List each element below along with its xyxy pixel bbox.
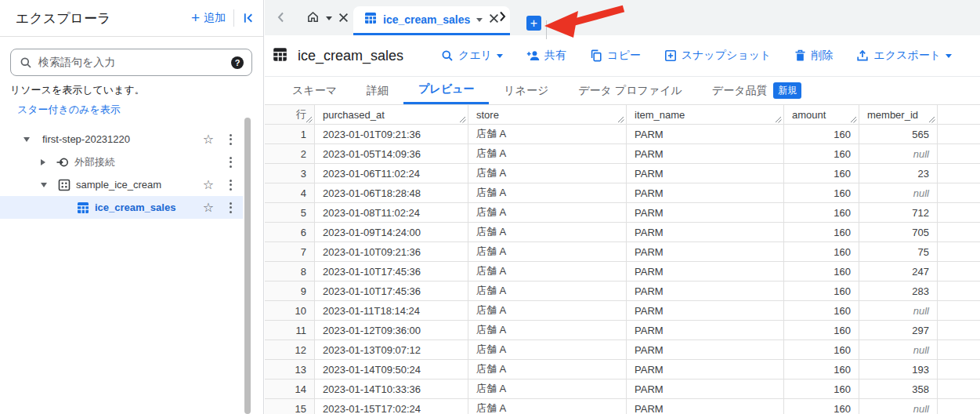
tab-schema[interactable]: スキーマ (277, 77, 352, 104)
table-cell: 店舗 A (468, 399, 627, 414)
tab-data-quality[interactable]: データ品質 新規 (697, 77, 817, 104)
chevron-down-icon[interactable] (326, 16, 332, 20)
help-icon[interactable]: ? (231, 56, 244, 69)
table-cell: 2023-01-10T09:21:36 (315, 242, 468, 261)
star-icon[interactable]: ☆ (203, 202, 214, 214)
export-button[interactable]: エクスポート (856, 49, 952, 63)
tree-item-project[interactable]: first-step-20231220 ☆ (0, 128, 243, 151)
chevron-down-icon[interactable] (24, 137, 30, 142)
button-label: コピー (607, 49, 641, 63)
table-cell: 6 (265, 223, 315, 242)
tree-item-label: ice_cream_sales (95, 202, 175, 213)
add-data-button[interactable]: + 追加 (191, 11, 226, 25)
query-button[interactable]: クエリ (441, 49, 503, 63)
table-cell: 160 (784, 281, 859, 300)
table-cell: 2023-01-13T09:07:12 (315, 340, 468, 359)
person-add-icon (526, 49, 540, 62)
table-cell: 160 (784, 242, 859, 261)
scroll-tabs-left-icon[interactable] (275, 11, 287, 24)
resize-handle-icon[interactable] (928, 116, 935, 123)
table-cell: 2023-01-06T18:28:48 (315, 183, 468, 202)
table-cell-empty (938, 164, 980, 183)
table-icon (364, 12, 377, 27)
copy-icon (590, 49, 602, 62)
table-cell: 160 (784, 399, 859, 414)
chevron-right-icon[interactable] (41, 159, 45, 165)
tree-item-external-connection[interactable]: 外部接続 (0, 151, 243, 173)
editor-tabstrip: ice_cream_sales + (265, 0, 980, 35)
close-icon[interactable] (338, 12, 349, 26)
table-cell: 193 (859, 360, 938, 379)
kebab-menu-icon[interactable] (225, 134, 237, 145)
chevron-down-icon[interactable] (41, 183, 47, 187)
table-cell: 15 (265, 399, 315, 414)
tree-item-table-selected[interactable]: ice_cream_sales ☆ (0, 196, 243, 219)
table-cell-empty (938, 399, 980, 414)
new-tab-button[interactable]: + (526, 16, 541, 31)
table-cell: 23 (859, 164, 938, 183)
kebab-menu-icon[interactable] (225, 157, 237, 168)
annotation-arrow-icon (539, 2, 629, 38)
home-icon (306, 10, 320, 27)
table-icon (76, 201, 89, 214)
tab-label: 詳細 (367, 84, 389, 98)
tab-label: データ品質 (712, 84, 768, 98)
table-toolbar: クエリ 共有 コピー スナップショット 削除 (441, 49, 952, 63)
chevron-down-icon[interactable] (476, 18, 483, 22)
table-cell: 店舗 A (468, 223, 627, 242)
tab-preview[interactable]: プレビュー (403, 77, 489, 104)
table-cell: 160 (784, 125, 859, 143)
dataset-icon (57, 178, 71, 191)
table-cell: 1 (265, 125, 315, 143)
table-cell: 2023-01-10T17:45:36 (315, 281, 468, 300)
button-label: クエリ (458, 49, 492, 63)
search-input[interactable]: 検索語句を入力 ? (10, 49, 252, 76)
grid-body: 12023-01-01T09:21:36店舗 APARM16056522023-… (265, 125, 980, 414)
button-label: エクスポート (873, 49, 941, 63)
table-cell: 7 (265, 242, 315, 261)
column-header-purchased-at: purchased_at (315, 105, 468, 124)
table-cell: 2023-01-14T09:50:24 (315, 360, 468, 379)
table-cell: 160 (784, 223, 859, 242)
table-cell: PARM (627, 321, 784, 340)
tab-label: リネージ (504, 84, 548, 98)
main-area: ice_cream_sales + ice_cream_sales (265, 0, 980, 414)
table-cell-empty (938, 301, 980, 320)
tab-details[interactable]: 詳細 (352, 77, 403, 104)
delete-button[interactable]: 削除 (794, 49, 833, 63)
kebab-menu-icon[interactable] (225, 202, 237, 213)
share-button[interactable]: 共有 (526, 49, 566, 63)
button-label: 削除 (811, 49, 833, 63)
column-header-row-number: 行 (265, 105, 315, 124)
table-cell: 店舗 A (468, 340, 627, 359)
table-cell: 11 (265, 321, 315, 340)
table-cell: 2 (265, 144, 315, 163)
snapshot-button[interactable]: スナップショット (664, 49, 772, 63)
collapse-panel-icon[interactable] (242, 12, 255, 25)
star-icon[interactable]: ☆ (203, 133, 214, 146)
tab-lineage[interactable]: リネージ (489, 77, 563, 104)
table-cell: 160 (784, 360, 859, 379)
star-icon[interactable]: ☆ (203, 179, 214, 191)
resize-handle-icon[interactable] (850, 116, 857, 123)
scroll-tabs-right-icon[interactable] (496, 10, 508, 23)
table-cell: 2023-01-14T10:33:36 (315, 380, 468, 398)
table-cell: 160 (784, 203, 859, 222)
plus-icon: + (191, 10, 200, 25)
show-starred-only-link[interactable]: スター付きのみを表示 (17, 103, 263, 117)
tab-ice-cream-sales[interactable]: ice_cream_sales (353, 6, 510, 35)
copy-button[interactable]: コピー (590, 49, 641, 63)
resize-handle-icon[interactable] (306, 116, 313, 123)
resize-handle-icon[interactable] (459, 116, 466, 123)
kebab-menu-icon[interactable] (225, 180, 237, 191)
table-cell: 75 (859, 242, 938, 261)
sidebar-scrollbar[interactable] (244, 118, 251, 414)
table-row: 122023-01-13T09:07:12店舗 APARM160null (265, 340, 980, 360)
tree-item-dataset[interactable]: sample_ice_cream ☆ (0, 173, 243, 196)
resize-handle-icon[interactable] (617, 116, 624, 123)
resize-handle-icon[interactable] (775, 116, 782, 123)
tab-data-profile[interactable]: データ プロファイル (563, 77, 697, 104)
home-tab[interactable] (306, 10, 349, 27)
table-cell: PARM (627, 242, 784, 261)
table-row: 112023-01-12T09:36:00店舗 APARM160297 (265, 321, 980, 340)
